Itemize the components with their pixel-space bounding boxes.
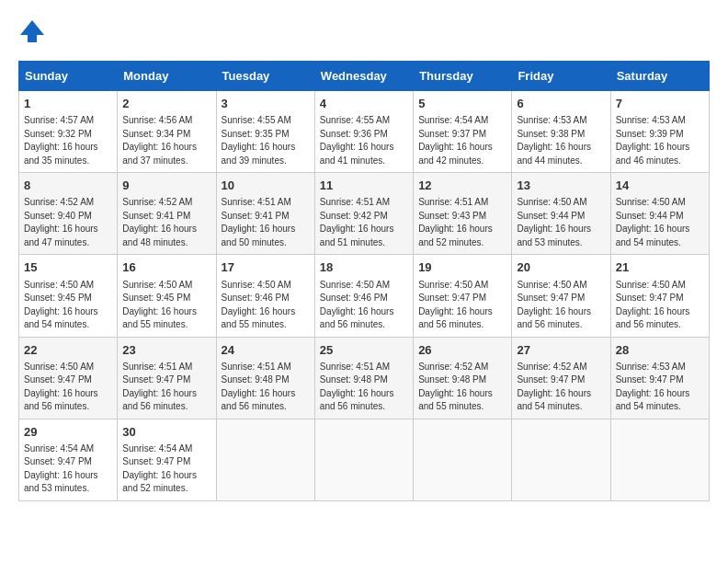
day-number: 6 [517, 96, 605, 112]
day-of-week-header: Friday [512, 62, 610, 91]
calendar-day-cell [314, 419, 413, 500]
day-number: 21 [616, 259, 704, 276]
day-info: Sunrise: 4:51 AM Sunset: 9:41 PM Dayligh… [222, 196, 310, 249]
day-info: Sunrise: 4:50 AM Sunset: 9:47 PM Dayligh… [418, 279, 506, 332]
calendar-day-cell [512, 419, 610, 500]
day-number: 15 [24, 259, 112, 276]
page-header [18, 18, 710, 46]
calendar-day-cell: 25Sunrise: 4:51 AM Sunset: 9:48 PM Dayli… [314, 337, 413, 419]
calendar-day-cell: 29Sunrise: 4:54 AM Sunset: 9:47 PM Dayli… [19, 419, 118, 500]
calendar-day-cell: 22Sunrise: 4:50 AM Sunset: 9:47 PM Dayli… [19, 337, 118, 419]
day-number: 22 [24, 342, 112, 359]
day-info: Sunrise: 4:54 AM Sunset: 9:47 PM Dayligh… [24, 442, 112, 496]
calendar-week-row: 29Sunrise: 4:54 AM Sunset: 9:47 PM Dayli… [19, 419, 710, 500]
day-of-week-header: Tuesday [216, 62, 314, 91]
day-info: Sunrise: 4:50 AM Sunset: 9:47 PM Dayligh… [616, 279, 704, 332]
svg-marker-0 [20, 20, 44, 35]
calendar-day-cell: 6Sunrise: 4:53 AM Sunset: 9:38 PM Daylig… [512, 91, 610, 173]
day-of-week-header: Saturday [610, 62, 709, 91]
day-info: Sunrise: 4:50 AM Sunset: 9:47 PM Dayligh… [24, 361, 112, 414]
day-info: Sunrise: 4:56 AM Sunset: 9:34 PM Dayligh… [122, 114, 210, 167]
calendar-table: SundayMondayTuesdayWednesdayThursdayFrid… [18, 61, 710, 501]
day-info: Sunrise: 4:50 AM Sunset: 9:45 PM Dayligh… [122, 279, 210, 332]
calendar-day-cell: 11Sunrise: 4:51 AM Sunset: 9:42 PM Dayli… [314, 173, 413, 255]
logo [18, 18, 50, 46]
calendar-day-cell [216, 419, 314, 500]
day-info: Sunrise: 4:51 AM Sunset: 9:43 PM Dayligh… [418, 196, 506, 249]
calendar-day-cell: 21Sunrise: 4:50 AM Sunset: 9:47 PM Dayli… [610, 255, 709, 337]
day-of-week-header: Sunday [19, 62, 118, 91]
calendar-header-row: SundayMondayTuesdayWednesdayThursdayFrid… [19, 62, 710, 91]
calendar-day-cell: 12Sunrise: 4:51 AM Sunset: 9:43 PM Dayli… [414, 173, 512, 255]
day-number: 13 [517, 178, 605, 194]
calendar-day-cell: 5Sunrise: 4:54 AM Sunset: 9:37 PM Daylig… [414, 91, 512, 173]
day-of-week-header: Wednesday [314, 62, 413, 91]
calendar-day-cell: 16Sunrise: 4:50 AM Sunset: 9:45 PM Dayli… [118, 255, 216, 337]
day-number: 20 [517, 259, 605, 276]
calendar-day-cell: 4Sunrise: 4:55 AM Sunset: 9:36 PM Daylig… [314, 91, 413, 173]
logo-icon [18, 18, 46, 46]
calendar-day-cell: 1Sunrise: 4:57 AM Sunset: 9:32 PM Daylig… [19, 91, 118, 173]
day-info: Sunrise: 4:55 AM Sunset: 9:35 PM Dayligh… [222, 114, 310, 167]
day-info: Sunrise: 4:52 AM Sunset: 9:41 PM Dayligh… [122, 196, 210, 249]
day-info: Sunrise: 4:51 AM Sunset: 9:48 PM Dayligh… [320, 361, 408, 414]
calendar-week-row: 22Sunrise: 4:50 AM Sunset: 9:47 PM Dayli… [19, 337, 710, 419]
day-info: Sunrise: 4:53 AM Sunset: 9:38 PM Dayligh… [517, 114, 605, 167]
day-info: Sunrise: 4:54 AM Sunset: 9:47 PM Dayligh… [122, 442, 210, 496]
day-info: Sunrise: 4:50 AM Sunset: 9:45 PM Dayligh… [24, 279, 112, 332]
calendar-day-cell: 3Sunrise: 4:55 AM Sunset: 9:35 PM Daylig… [216, 91, 314, 173]
calendar-day-cell: 13Sunrise: 4:50 AM Sunset: 9:44 PM Dayli… [512, 173, 610, 255]
day-number: 14 [616, 178, 704, 194]
calendar-day-cell: 7Sunrise: 4:53 AM Sunset: 9:39 PM Daylig… [610, 91, 709, 173]
calendar-day-cell [414, 419, 512, 500]
day-info: Sunrise: 4:50 AM Sunset: 9:46 PM Dayligh… [320, 279, 408, 332]
calendar-day-cell: 27Sunrise: 4:52 AM Sunset: 9:47 PM Dayli… [512, 337, 610, 419]
day-info: Sunrise: 4:52 AM Sunset: 9:48 PM Dayligh… [418, 361, 506, 414]
day-number: 2 [122, 96, 210, 112]
calendar-day-cell: 20Sunrise: 4:50 AM Sunset: 9:47 PM Dayli… [512, 255, 610, 337]
calendar-day-cell: 30Sunrise: 4:54 AM Sunset: 9:47 PM Dayli… [118, 419, 216, 500]
day-info: Sunrise: 4:51 AM Sunset: 9:47 PM Dayligh… [122, 361, 210, 414]
day-info: Sunrise: 4:53 AM Sunset: 9:47 PM Dayligh… [616, 361, 704, 414]
day-number: 23 [122, 342, 210, 359]
day-number: 29 [24, 424, 112, 441]
calendar-day-cell: 9Sunrise: 4:52 AM Sunset: 9:41 PM Daylig… [118, 173, 216, 255]
day-number: 12 [418, 178, 506, 194]
day-number: 26 [418, 342, 506, 359]
day-number: 3 [222, 96, 310, 112]
day-number: 8 [24, 178, 112, 194]
calendar-day-cell: 24Sunrise: 4:51 AM Sunset: 9:48 PM Dayli… [216, 337, 314, 419]
calendar-day-cell: 18Sunrise: 4:50 AM Sunset: 9:46 PM Dayli… [314, 255, 413, 337]
day-number: 19 [418, 259, 506, 276]
day-number: 24 [222, 342, 310, 359]
day-info: Sunrise: 4:50 AM Sunset: 9:44 PM Dayligh… [517, 196, 605, 249]
calendar-day-cell: 26Sunrise: 4:52 AM Sunset: 9:48 PM Dayli… [414, 337, 512, 419]
calendar-day-cell: 8Sunrise: 4:52 AM Sunset: 9:40 PM Daylig… [19, 173, 118, 255]
day-info: Sunrise: 4:50 AM Sunset: 9:46 PM Dayligh… [222, 279, 310, 332]
day-info: Sunrise: 4:50 AM Sunset: 9:47 PM Dayligh… [517, 279, 605, 332]
day-of-week-header: Thursday [414, 62, 512, 91]
day-of-week-header: Monday [118, 62, 216, 91]
calendar-day-cell: 28Sunrise: 4:53 AM Sunset: 9:47 PM Dayli… [610, 337, 709, 419]
calendar-day-cell [610, 419, 709, 500]
day-number: 28 [616, 342, 704, 359]
calendar-week-row: 1Sunrise: 4:57 AM Sunset: 9:32 PM Daylig… [19, 91, 710, 173]
calendar-day-cell: 10Sunrise: 4:51 AM Sunset: 9:41 PM Dayli… [216, 173, 314, 255]
day-info: Sunrise: 4:57 AM Sunset: 9:32 PM Dayligh… [24, 114, 112, 167]
day-info: Sunrise: 4:54 AM Sunset: 9:37 PM Dayligh… [418, 114, 506, 167]
day-number: 17 [222, 259, 310, 276]
day-number: 9 [122, 178, 210, 194]
day-info: Sunrise: 4:52 AM Sunset: 9:47 PM Dayligh… [517, 361, 605, 414]
day-info: Sunrise: 4:53 AM Sunset: 9:39 PM Dayligh… [616, 114, 704, 167]
calendar-week-row: 15Sunrise: 4:50 AM Sunset: 9:45 PM Dayli… [19, 255, 710, 337]
calendar-day-cell: 2Sunrise: 4:56 AM Sunset: 9:34 PM Daylig… [118, 91, 216, 173]
day-number: 11 [320, 178, 408, 194]
calendar-day-cell: 14Sunrise: 4:50 AM Sunset: 9:44 PM Dayli… [610, 173, 709, 255]
calendar-day-cell: 23Sunrise: 4:51 AM Sunset: 9:47 PM Dayli… [118, 337, 216, 419]
day-number: 30 [122, 424, 210, 441]
day-number: 18 [320, 259, 408, 276]
calendar-day-cell: 15Sunrise: 4:50 AM Sunset: 9:45 PM Dayli… [19, 255, 118, 337]
day-number: 10 [222, 178, 310, 194]
day-number: 1 [24, 96, 112, 112]
day-number: 5 [418, 96, 506, 112]
